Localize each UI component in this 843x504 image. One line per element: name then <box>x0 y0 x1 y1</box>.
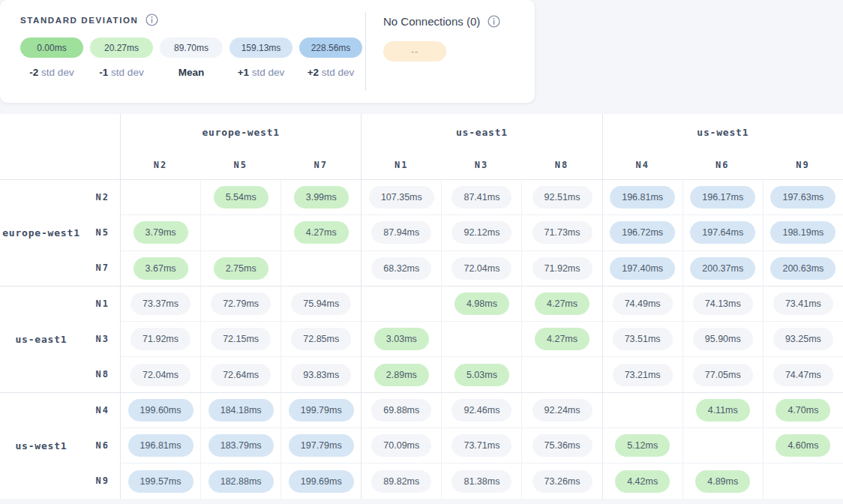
latency-cell: 92.12ms <box>441 214 521 250</box>
latency-pill[interactable]: 5.03ms <box>454 364 509 386</box>
latency-pill[interactable]: 3.79ms <box>134 221 188 244</box>
latency-pill[interactable]: 73.41ms <box>773 292 833 315</box>
latency-pill[interactable]: 196.81ms <box>128 434 194 457</box>
latency-pill[interactable]: 72.79ms <box>211 292 271 315</box>
latency-pill[interactable]: 89.82ms <box>371 470 431 493</box>
latency-pill[interactable]: 72.64ms <box>211 364 271 386</box>
latency-pill[interactable]: 73.21ms <box>613 364 673 386</box>
latency-pill[interactable]: 73.26ms <box>532 470 592 493</box>
latency-pill[interactable]: 92.51ms <box>532 186 592 208</box>
latency-pill[interactable]: 74.49ms <box>613 292 673 315</box>
latency-cell: 199.57ms <box>120 463 200 498</box>
latency-pill[interactable]: 74.13ms <box>693 292 753 315</box>
column-node-header: N6 <box>682 150 763 179</box>
latency-cell: 73.71ms <box>441 428 521 463</box>
latency-pill[interactable]: 69.88ms <box>371 399 431 422</box>
latency-cell: 196.81ms <box>602 179 682 214</box>
latency-pill[interactable]: 72.15ms <box>211 328 271 350</box>
latency-cell: 75.94ms <box>280 286 361 321</box>
latency-pill[interactable]: 72.04ms <box>130 364 190 386</box>
latency-pill[interactable]: 4.27ms <box>535 292 590 315</box>
latency-cell: 74.13ms <box>682 286 763 321</box>
latency-pill[interactable]: 70.09ms <box>371 434 431 457</box>
latency-pill[interactable]: 5.54ms <box>214 186 268 208</box>
latency-pill[interactable]: 197.64ms <box>690 221 755 244</box>
latency-pill[interactable]: 3.03ms <box>374 328 429 350</box>
matrix-row: N6196.81ms183.79ms197.79ms70.09ms73.71ms… <box>0 428 843 463</box>
latency-pill[interactable]: 184.18ms <box>208 399 274 422</box>
latency-pill[interactable]: 72.04ms <box>452 257 512 280</box>
latency-cell: 183.79ms <box>200 428 280 463</box>
latency-cell: 3.79ms <box>120 214 200 250</box>
latency-pill[interactable]: 73.51ms <box>613 328 673 350</box>
latency-pill[interactable]: 2.75ms <box>214 257 268 280</box>
latency-pill[interactable]: 4.11ms <box>696 399 750 422</box>
latency-pill[interactable]: 92.24ms <box>532 399 592 422</box>
latency-pill[interactable]: 197.40ms <box>610 257 675 280</box>
latency-cell <box>280 250 361 286</box>
latency-pill[interactable]: 77.05ms <box>693 364 753 386</box>
latency-pill[interactable]: 196.72ms <box>610 221 675 244</box>
latency-pill[interactable]: 2.89ms <box>374 364 429 386</box>
latency-pill[interactable]: 5.12ms <box>615 434 670 457</box>
latency-pill[interactable]: 4.27ms <box>294 221 349 244</box>
latency-pill[interactable]: 199.57ms <box>128 470 194 493</box>
latency-pill[interactable]: 71.92ms <box>130 328 190 350</box>
matrix-row: N53.79ms4.27ms87.94ms92.12ms71.73ms196.7… <box>0 214 843 250</box>
latency-pill[interactable]: 81.38ms <box>452 470 512 493</box>
matrix-row: N9199.57ms182.88ms199.69ms89.82ms81.38ms… <box>0 463 843 498</box>
latency-pill[interactable]: 73.71ms <box>452 434 512 457</box>
info-icon[interactable] <box>488 15 500 28</box>
latency-pill[interactable]: 72.85ms <box>291 328 351 350</box>
latency-pill[interactable]: 200.63ms <box>770 257 836 280</box>
latency-pill[interactable]: 87.94ms <box>371 221 431 244</box>
latency-pill[interactable]: 92.12ms <box>452 221 512 244</box>
latency-cell: 68.32ms <box>361 250 441 286</box>
latency-pill[interactable]: 196.81ms <box>610 186 675 208</box>
latency-cell: 200.37ms <box>682 250 763 286</box>
no-connections-pill: -- <box>383 41 446 62</box>
latency-pill[interactable]: 95.90ms <box>693 328 753 350</box>
latency-pill[interactable]: 197.79ms <box>289 434 354 457</box>
latency-pill[interactable]: 4.70ms <box>776 399 830 422</box>
latency-pill[interactable]: 75.94ms <box>291 292 351 315</box>
latency-pill[interactable]: 4.89ms <box>695 470 750 493</box>
latency-pill[interactable]: 4.98ms <box>454 292 509 315</box>
latency-cell: 71.73ms <box>521 214 602 250</box>
latency-cell: 87.94ms <box>361 214 441 250</box>
latency-pill[interactable]: 183.79ms <box>208 434 274 457</box>
latency-pill[interactable]: 3.67ms <box>134 257 188 280</box>
latency-pill[interactable]: 92.46ms <box>452 399 512 422</box>
latency-pill[interactable]: 199.69ms <box>289 470 354 493</box>
latency-pill[interactable]: 4.27ms <box>535 328 590 350</box>
latency-pill[interactable]: 199.60ms <box>128 399 194 422</box>
latency-pill[interactable]: 196.17ms <box>690 186 755 208</box>
latency-pill[interactable]: 93.25ms <box>773 328 833 350</box>
latency-pill[interactable]: 4.60ms <box>776 434 830 457</box>
latency-pill[interactable]: 107.35ms <box>369 186 434 208</box>
latency-cell: 196.17ms <box>682 179 763 214</box>
legend-pill: 159.13ms <box>230 38 292 58</box>
matrix-row: N872.04ms72.64ms93.83ms2.89ms5.03ms73.21… <box>0 356 843 392</box>
matrix-header: europe-west1us-east1us-west1N2N5N7N1N3N8… <box>0 114 843 179</box>
latency-pill[interactable]: 87.41ms <box>452 186 512 208</box>
latency-pill[interactable]: 71.73ms <box>532 221 592 244</box>
legend-label: Mean <box>178 67 205 78</box>
latency-pill[interactable]: 199.79ms <box>289 399 354 422</box>
latency-cell: 4.70ms <box>763 392 843 428</box>
latency-cell: 199.79ms <box>280 392 361 428</box>
latency-pill[interactable]: 74.47ms <box>773 364 833 386</box>
latency-pill[interactable]: 68.32ms <box>371 257 431 280</box>
latency-pill[interactable]: 75.36ms <box>532 434 592 457</box>
latency-pill[interactable]: 71.92ms <box>532 257 592 280</box>
latency-pill[interactable]: 93.83ms <box>291 364 351 386</box>
latency-pill[interactable]: 198.19ms <box>770 221 836 244</box>
latency-pill[interactable]: 197.63ms <box>770 186 836 208</box>
latency-pill[interactable]: 182.88ms <box>208 470 274 493</box>
latency-cell: 73.37ms <box>120 286 200 321</box>
latency-pill[interactable]: 200.37ms <box>690 257 755 280</box>
info-icon[interactable] <box>146 14 158 26</box>
latency-pill[interactable]: 3.99ms <box>294 186 349 208</box>
latency-pill[interactable]: 73.37ms <box>130 292 190 315</box>
latency-pill[interactable]: 4.42ms <box>615 470 670 493</box>
